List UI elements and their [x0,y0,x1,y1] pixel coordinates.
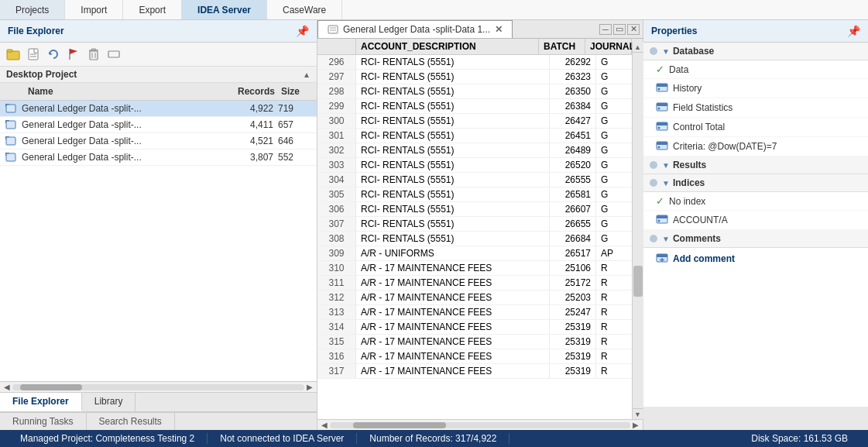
scroll-right-arrow[interactable]: ▶ [304,382,315,393]
table-row[interactable]: 314 A/R - 17 MAINTENANCE FEES 25319 R [317,320,643,335]
scroll-thumb[interactable] [20,384,82,390]
table-row[interactable]: 303 RCI- RENTALS (5551) 26520 G [317,158,643,173]
table-row[interactable]: 305 RCI- RENTALS (5551) 26581 G [317,187,643,202]
menu-projects[interactable]: Projects [0,0,65,19]
props-pin-icon[interactable]: 📌 [847,25,860,37]
section-database[interactable]: ▼ Database [643,43,868,60]
file-item[interactable]: General Ledger Data -split-... 4,922 719 [0,101,317,117]
new-button[interactable] [25,46,42,63]
grid-scroll-track[interactable] [330,422,630,428]
vsb-thumb[interactable] [633,266,643,297]
menu-idea-server[interactable]: IDEA Server [182,0,267,19]
file-item[interactable]: General Ledger Data -split-... 4,411 657 [0,117,317,133]
win-minimize-btn[interactable]: ─ [599,24,612,35]
win-restore-btn[interactable]: ▭ [613,24,626,35]
table-row[interactable]: 307 RCI- RENTALS (5551) 26655 G [317,217,643,232]
section-results[interactable]: ▼ Results [643,156,868,174]
scroll-track[interactable] [12,384,304,390]
file-records: 4,922 [224,103,278,114]
vsb-up-arrow[interactable]: ▲ [633,42,643,53]
tab-running-tasks[interactable]: Running Tasks [0,413,87,430]
table-row[interactable]: 300 RCI- RENTALS (5551) 26427 G [317,114,643,129]
grid-scroll-left[interactable]: ◀ [319,420,330,431]
table-row[interactable]: 297 RCI- RENTALS (5551) 26323 G [317,70,643,84]
pin-icon[interactable]: 📌 [296,25,309,37]
table-row[interactable]: 301 RCI- RENTALS (5551) 26451 G [317,129,643,143]
menu-caseware[interactable]: CaseWare [267,0,342,19]
add-comment-label: Add comment [673,253,735,264]
more-button[interactable] [105,46,122,63]
section-dot-comments [650,235,657,242]
file-item[interactable]: General Ledger Data -split-... 3,807 552 [0,150,317,166]
tab-search-results[interactable]: Search Results [87,413,175,430]
table-row[interactable]: 309 A/R - UNIFORMS 26517 AP [317,246,643,261]
vsb-down-arrow[interactable]: ▼ [633,408,643,419]
flag-button[interactable] [65,46,82,63]
svg-point-32 [658,127,660,129]
data-tab-main[interactable]: General Ledger Data -split-Data 1... ✕ [317,20,513,38]
sort-arrow-icon[interactable]: ▲ [303,70,310,79]
data-tab-close-icon[interactable]: ✕ [495,24,503,35]
table-row[interactable]: 296 RCI- RENTALS (5551) 26292 G [317,55,643,70]
menu-export[interactable]: Export [123,0,182,19]
table-row[interactable]: 299 RCI- RENTALS (5551) 26384 G [317,99,643,114]
props-item-field-stats[interactable]: Field Statistics [643,98,868,118]
props-item-data[interactable]: ✓ Data [643,60,868,79]
row-number: 303 [317,158,356,172]
file-expand-icon[interactable] [0,153,22,162]
refresh-button[interactable] [45,46,62,63]
table-row[interactable]: 316 A/R - 17 MAINTENANCE FEES 25319 R [317,349,643,364]
col-journal-header[interactable]: JOURNAL [585,39,632,54]
props-label-data: Data [669,64,688,75]
grid-body: 296 RCI- RENTALS (5551) 26292 G 297 RCI-… [317,55,643,419]
tab-file-explorer[interactable]: File Explorer [0,393,82,411]
props-item-control-total[interactable]: Control Total [643,118,868,137]
props-item-criteria[interactable]: Criteria: @Dow(DATE)=7 [643,137,868,156]
table-row[interactable]: 317 A/R - 17 MAINTENANCE FEES 25319 R [317,364,643,379]
table-row[interactable]: 313 A/R - 17 MAINTENANCE FEES 25247 R [317,305,643,320]
svg-rect-14 [6,105,15,112]
table-row[interactable]: 311 A/R - 17 MAINTENANCE FEES 25172 R [317,276,643,291]
section-comments[interactable]: ▼ Comments [643,230,868,248]
cell-batch: 25319 [550,349,596,363]
grid-horizontal-scrollbar[interactable]: ◀ ▶ [317,419,643,430]
delete-button[interactable] [85,46,102,63]
table-row[interactable]: 310 A/R - 17 MAINTENANCE FEES 25106 R [317,261,643,276]
table-row[interactable]: 312 A/R - 17 MAINTENANCE FEES 25203 R [317,291,643,305]
props-item-history[interactable]: History [643,79,868,98]
file-expand-icon[interactable] [0,104,22,113]
file-table-header: Name Records Size [0,83,317,101]
properties-header: Properties 📌 [643,20,868,43]
grid-vertical-scrollbar[interactable]: ▲ ▼ [632,42,643,419]
table-row[interactable]: 315 A/R - 17 MAINTENANCE FEES 25319 R [317,335,643,349]
file-item[interactable]: General Ledger Data -split-... 4,521 646 [0,133,317,150]
col-batch-header[interactable]: BATCH [539,39,585,54]
menu-import[interactable]: Import [65,0,123,19]
vsb-track[interactable] [633,53,643,408]
file-expand-icon[interactable] [0,120,22,129]
add-comment-button[interactable]: Add comment [643,248,868,270]
table-row[interactable]: 302 RCI- RENTALS (5551) 26489 G [317,143,643,158]
table-row[interactable]: 308 RCI- RENTALS (5551) 26684 G [317,232,643,246]
table-row[interactable]: 306 RCI- RENTALS (5551) 26607 G [317,202,643,217]
file-expand-icon[interactable] [0,136,22,146]
grid-scroll-thumb[interactable] [353,422,446,428]
win-close-btn[interactable]: ✕ [627,24,640,35]
file-size: 719 [278,103,317,114]
col-desc-header[interactable]: ACCOUNT_DESCRIPTION [356,39,539,54]
section-indices[interactable]: ▼ Indices [643,174,868,192]
props-item-account-a[interactable]: ACCOUNT/A [643,211,868,230]
tab-library[interactable]: Library [82,393,136,411]
data-tab-bar: General Ledger Data -split-Data 1... ✕ ─… [317,20,643,39]
scroll-left-arrow[interactable]: ◀ [2,382,12,393]
cell-batch: 25172 [550,276,596,290]
open-button[interactable] [5,46,22,63]
svg-rect-20 [6,153,15,161]
section-dot-indices [650,179,657,187]
props-item-no-index[interactable]: ✓ No index [643,192,868,211]
grid-scroll-right[interactable]: ▶ [630,420,641,431]
table-row[interactable]: 298 RCI- RENTALS (5551) 26350 G [317,84,643,99]
horizontal-scrollbar[interactable]: ◀ ▶ [0,381,317,392]
row-number: 306 [317,202,356,216]
table-row[interactable]: 304 RCI- RENTALS (5551) 26555 G [317,173,643,187]
